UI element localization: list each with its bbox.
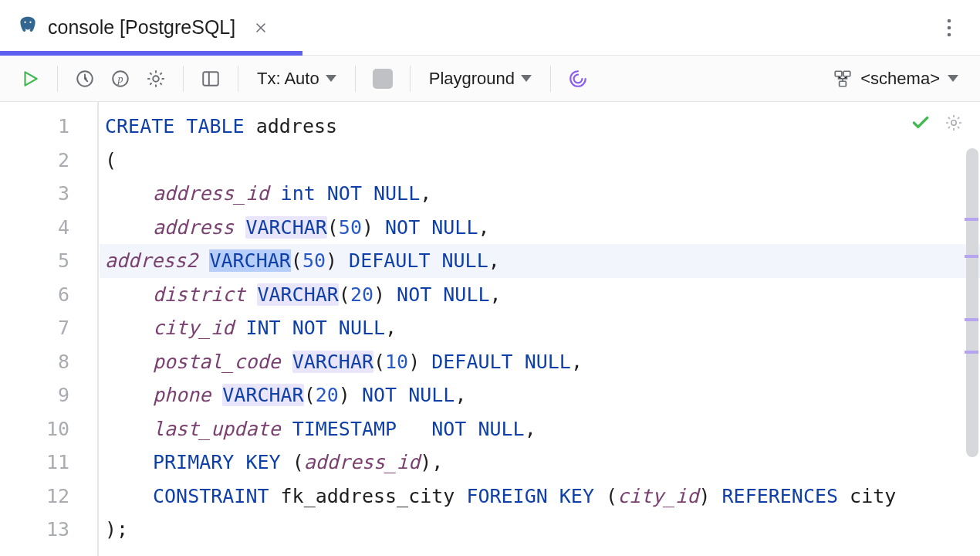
code-line[interactable]: address2 VARCHAR(50) DEFAULT NULL, xyxy=(100,244,980,278)
gutter: 12345678910111213 xyxy=(0,102,99,556)
line-number: 7 xyxy=(0,311,97,345)
svg-point-2 xyxy=(948,19,951,22)
code-line[interactable]: city_id INT NOT NULL, xyxy=(105,311,980,345)
line-number: 3 xyxy=(0,177,97,211)
more-menu-icon[interactable] xyxy=(938,17,960,39)
svg-point-14 xyxy=(951,120,956,125)
schema-label: <schema> xyxy=(860,69,940,89)
code-line[interactable]: phone VARCHAR(20) NOT NULL, xyxy=(105,378,980,412)
postgresql-icon xyxy=(17,15,39,40)
tx-mode-select[interactable]: Tx: Auto xyxy=(249,63,344,95)
svg-point-8 xyxy=(153,76,159,82)
schema-icon xyxy=(833,69,853,89)
code-line[interactable]: CREATE TABLE address xyxy=(105,110,980,144)
line-number: 10 xyxy=(0,412,97,446)
tab-bar: console [PostgreSQL] xyxy=(0,0,980,56)
tab-console[interactable]: console [PostgreSQL] xyxy=(0,0,288,55)
history-button[interactable] xyxy=(69,63,101,95)
chevron-down-icon xyxy=(948,75,958,82)
settings-button[interactable] xyxy=(140,63,172,95)
line-number: 5 xyxy=(0,244,97,278)
session-label: Playground xyxy=(429,69,515,89)
line-number: 6 xyxy=(0,278,97,312)
layout-button[interactable] xyxy=(194,63,227,95)
line-number: 8 xyxy=(0,345,97,379)
editor[interactable]: 12345678910111213 CREATE TABLE address(a… xyxy=(0,102,980,556)
stop-button[interactable] xyxy=(367,63,399,95)
divider xyxy=(355,66,356,92)
code-line[interactable]: PRIMARY KEY (address_id), xyxy=(105,446,980,480)
close-icon[interactable] xyxy=(251,18,271,38)
code-line[interactable]: ); xyxy=(105,513,980,547)
code-line[interactable]: CONSTRAINT fk_address_city FOREIGN KEY (… xyxy=(105,480,980,514)
code-line[interactable]: postal_code VARCHAR(10) DEFAULT NULL, xyxy=(105,345,980,379)
line-number: 1 xyxy=(0,110,97,144)
explain-plan-button[interactable]: p xyxy=(104,63,137,95)
code-line[interactable]: ( xyxy=(105,144,980,178)
svg-rect-9 xyxy=(203,72,218,85)
code-area[interactable]: CREATE TABLE address(address_id int NOT … xyxy=(99,102,980,556)
svg-rect-12 xyxy=(843,71,850,76)
inspection-settings-icon[interactable] xyxy=(945,114,963,135)
divider xyxy=(238,66,238,92)
svg-rect-13 xyxy=(840,81,847,86)
code-line[interactable]: district VARCHAR(20) NOT NULL, xyxy=(105,278,980,312)
tab-active-indicator xyxy=(0,51,302,56)
divider xyxy=(550,66,551,92)
svg-point-0 xyxy=(24,21,25,22)
line-number: 11 xyxy=(0,446,97,480)
inspection-ok-icon[interactable] xyxy=(911,113,931,136)
tab-title: console [PostgreSQL] xyxy=(48,16,235,39)
toolbar: p Tx: Auto Playground <schema> xyxy=(0,56,980,102)
svg-point-4 xyxy=(948,32,951,36)
svg-text:p: p xyxy=(117,73,123,85)
code-line[interactable]: address VARCHAR(50) NOT NULL, xyxy=(105,211,980,245)
chevron-down-icon xyxy=(521,75,532,82)
divider xyxy=(410,66,411,92)
schema-select[interactable]: <schema> xyxy=(825,69,966,89)
chevron-down-icon xyxy=(326,75,336,82)
line-number: 13 xyxy=(0,513,97,547)
divider xyxy=(183,66,184,92)
introspect-button[interactable] xyxy=(562,63,594,95)
svg-rect-11 xyxy=(836,71,843,76)
line-number: 12 xyxy=(0,480,97,514)
code-line[interactable]: last_update TIMESTAMP NOT NULL, xyxy=(105,412,980,446)
divider xyxy=(57,66,58,92)
tx-label: Tx: Auto xyxy=(257,69,319,89)
scroll-track[interactable] xyxy=(966,102,978,556)
code-line[interactable]: address_id int NOT NULL, xyxy=(105,177,980,211)
run-button[interactable] xyxy=(14,63,46,95)
session-select[interactable]: Playground xyxy=(421,63,539,95)
svg-point-1 xyxy=(29,21,31,22)
line-number: 2 xyxy=(0,144,97,178)
line-number: 4 xyxy=(0,211,97,245)
line-number: 9 xyxy=(0,378,97,412)
svg-point-3 xyxy=(948,25,951,29)
